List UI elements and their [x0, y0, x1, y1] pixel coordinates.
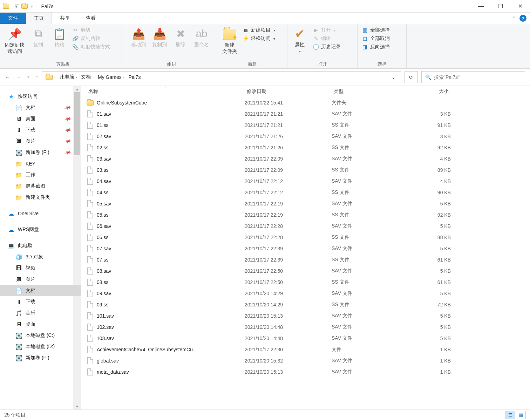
file-row[interactable]: meta_data.sav2021/10/20 15:13SAV 文件1 KB	[81, 366, 530, 378]
file-row[interactable]: 08.ss2021/10/17 22:50SS 文件61 KB	[81, 277, 530, 288]
sidebar-item[interactable]: 🎵音乐	[0, 307, 81, 319]
minimize-button[interactable]: —	[471, 0, 491, 13]
file-row[interactable]: 06.sav2021/10/17 22:28SAV 文件5 KB	[81, 221, 530, 232]
file-row[interactable]: 09.sav2021/10/20 14:29SAV 文件5 KB	[81, 288, 530, 299]
file-row[interactable]: 05.ss2021/10/17 22:19SS 文件92 KB	[81, 209, 530, 221]
tab-home[interactable]: 主页	[26, 13, 52, 24]
help-icon[interactable]: ?	[519, 15, 526, 22]
file-row[interactable]: 07.sav2021/10/17 22:39SAV 文件5 KB	[81, 243, 530, 254]
close-button[interactable]: ✕	[510, 0, 530, 13]
breadcrumb-seg[interactable]: Pal7s	[126, 72, 143, 83]
back-button[interactable]: ←	[5, 74, 10, 80]
chevron-right-icon[interactable]: ›	[54, 75, 55, 79]
edit-button[interactable]: ✎编辑	[311, 35, 342, 42]
details-view-button[interactable]: ☰	[505, 411, 515, 419]
tab-view[interactable]: 查看	[78, 13, 104, 24]
refresh-button[interactable]: ⟳	[405, 71, 418, 83]
address-bar[interactable]: › 此电脑› 文档› My Games› Pal7s ⌄	[42, 71, 401, 83]
sidebar-item[interactable]: 🧊3D 对象	[0, 251, 81, 263]
chevron-right-icon[interactable]: ›	[76, 75, 77, 79]
file-row[interactable]: AchievementCacheV4_OnlineSubsystemCu...2…	[81, 344, 530, 355]
file-row[interactable]: OnlineSubsystemCube2021/10/22 15:41文件夹	[81, 97, 530, 108]
sidebar-item[interactable]: 🖼图片📌	[0, 136, 81, 147]
file-list[interactable]: OnlineSubsystemCube2021/10/22 15:41文件夹01…	[81, 97, 530, 409]
sidebar-item[interactable]: 📁屏幕截图	[0, 181, 81, 192]
address-dropdown[interactable]: ⌄	[388, 74, 399, 80]
tab-file[interactable]: 文件	[0, 13, 26, 24]
column-name[interactable]: ⌃名称	[86, 88, 245, 95]
moveto-button[interactable]: 📤移动到	[129, 26, 148, 49]
column-date[interactable]: 修改日期	[245, 88, 332, 95]
new-folder-button[interactable]: ✦ 新建 文件夹	[220, 26, 239, 56]
breadcrumb-seg[interactable]: 文档›	[79, 72, 96, 83]
qat-customize-icon[interactable]: ▾	[15, 3, 19, 10]
file-row[interactable]: 103.sav2021/10/20 14:48SAV 文件5 KB	[81, 333, 530, 344]
open-button[interactable]: ▶打开▾	[311, 27, 342, 33]
file-row[interactable]: 04.ss2021/10/17 22:12SS 文件90 KB	[81, 187, 530, 198]
file-row[interactable]: 101.sav2021/10/20 15:13SAV 文件5 KB	[81, 310, 530, 321]
file-row[interactable]: 02.ss2021/10/17 21:26SS 文件92 KB	[81, 142, 530, 153]
file-row[interactable]: 102.sav2021/10/20 14:48SAV 文件5 KB	[81, 321, 530, 333]
recent-dropdown[interactable]: ▾	[27, 75, 29, 80]
collapse-ribbon-icon[interactable]: ⌃	[512, 16, 516, 21]
paste-button[interactable]: 📋 粘贴	[50, 26, 69, 49]
maximize-button[interactable]: ☐	[491, 0, 510, 13]
file-row[interactable]: 01.sav2021/10/17 21:21SAV 文件3 KB	[81, 108, 530, 120]
file-row[interactable]: 09.ss2021/10/20 14:29SS 文件72 KB	[81, 299, 530, 310]
breadcrumb-seg[interactable]: 此电脑›	[57, 72, 79, 83]
sidebar-item[interactable]: ⬇下载	[0, 296, 81, 307]
properties-button[interactable]: ✔属性▾	[290, 26, 309, 55]
file-row[interactable]: 03.ss2021/10/17 22:09SS 文件89 KB	[81, 164, 530, 176]
copyto-button[interactable]: 📥复制到	[150, 26, 169, 49]
delete-button[interactable]: ✖删除	[171, 26, 190, 49]
paste-shortcut-button[interactable]: 📎粘贴快捷方式	[71, 44, 111, 50]
sidebar-item[interactable]: 💽新加卷 (F:)	[0, 352, 81, 364]
rename-button[interactable]: ab重命名	[192, 26, 211, 49]
scroll-down-icon[interactable]: ▼	[73, 403, 81, 409]
select-all-button[interactable]: ▦全部选择	[360, 27, 391, 33]
file-row[interactable]: global.sav2021/10/20 15:32SAV 文件1 KB	[81, 355, 530, 366]
file-row[interactable]: 04.sav2021/10/17 22:12SAV 文件4 KB	[81, 176, 530, 187]
file-row[interactable]: 03.sav2021/10/17 22:09SAV 文件4 KB	[81, 153, 530, 164]
file-row[interactable]: 07.ss2021/10/17 22:39SS 文件61 KB	[81, 254, 530, 265]
sidebar-onedrive[interactable]: ☁OneDrive	[0, 208, 81, 219]
copy-button[interactable]: ⧉ 复制	[29, 26, 48, 49]
history-button[interactable]: 🕘历史记录	[311, 44, 342, 50]
cut-button[interactable]: ✂剪切	[71, 27, 111, 33]
pin-to-quickaccess-button[interactable]: 📌 固定到快 速访问	[3, 26, 27, 56]
forward-button[interactable]: →	[16, 74, 21, 80]
sidebar-item[interactable]: 📁KEY	[0, 158, 81, 169]
sidebar-item[interactable]: 🎞视频	[0, 263, 81, 274]
column-size[interactable]: 大小	[405, 88, 451, 95]
breadcrumb-seg[interactable]: My Games›	[96, 72, 126, 83]
select-none-button[interactable]: ◻全部取消	[360, 35, 391, 42]
sidebar-item[interactable]: 🖼图片	[0, 274, 81, 285]
sidebar-item[interactable]: ⬇下载📌	[0, 124, 81, 136]
chevron-right-icon[interactable]: ›	[123, 75, 124, 79]
tab-share[interactable]: 共享	[52, 13, 78, 24]
icons-view-button[interactable]: ▦	[516, 411, 526, 419]
file-row[interactable]: 01.ss2021/10/17 21:21SS 文件91 KB	[81, 120, 530, 131]
invert-selection-button[interactable]: ◨反向选择	[360, 44, 391, 50]
search-input[interactable]	[434, 74, 521, 80]
chevron-right-icon[interactable]: ›	[92, 75, 94, 79]
sidebar-item[interactable]: 💽本地磁盘 (D:)	[0, 341, 81, 352]
file-row[interactable]: 02.sav2021/10/17 21:26SAV 文件3 KB	[81, 131, 530, 142]
easy-access-button[interactable]: ⚡轻松访问▾	[241, 35, 277, 42]
file-row[interactable]: 05.sav2021/10/17 22:19SAV 文件5 KB	[81, 198, 530, 209]
search-box[interactable]: 🔍	[421, 71, 525, 83]
sidebar-item[interactable]: 💽新加卷 (F:)📌	[0, 147, 81, 158]
column-type[interactable]: 类型	[332, 88, 405, 95]
sidebar-item[interactable]: 📁工作	[0, 169, 81, 181]
sidebar-this-pc[interactable]: 💻此电脑	[0, 240, 81, 251]
sidebar-item[interactable]: 💽本地磁盘 (C:)	[0, 330, 81, 341]
sidebar-item[interactable]: 📄文档📌	[0, 102, 81, 113]
file-row[interactable]: 06.ss2021/10/17 22:28SS 文件88 KB	[81, 232, 530, 243]
sidebar-wps[interactable]: ☁WPS网盘	[0, 224, 81, 235]
file-row[interactable]: 08.sav2021/10/17 22:50SAV 文件5 KB	[81, 265, 530, 277]
sidebar-item[interactable]: 🖥桌面📌	[0, 113, 81, 124]
sidebar-quick-access[interactable]: ★快速访问	[0, 91, 81, 102]
up-button[interactable]: ↑	[36, 74, 38, 80]
sidebar-item[interactable]: 🖥桌面	[0, 319, 81, 330]
copy-path-button[interactable]: 🔗复制路径	[71, 35, 111, 42]
